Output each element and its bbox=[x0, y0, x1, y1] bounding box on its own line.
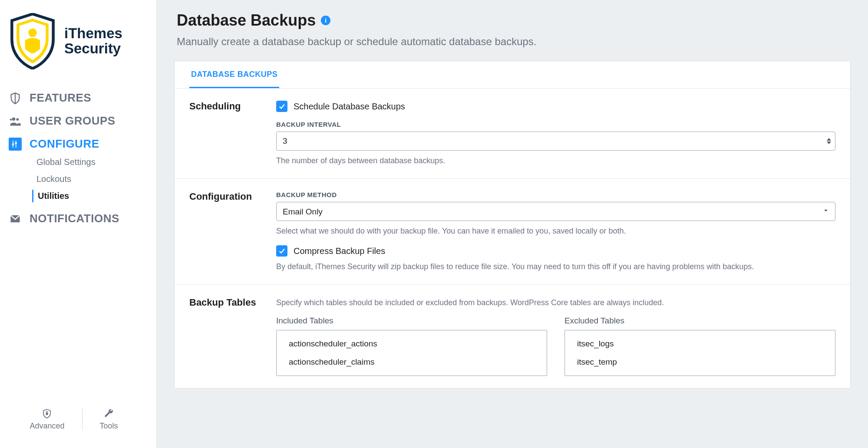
brand-line1: iThemes bbox=[64, 26, 122, 41]
sliders-icon bbox=[9, 138, 22, 151]
table-item[interactable]: itsec_temp bbox=[565, 353, 835, 371]
info-icon[interactable]: i bbox=[321, 16, 330, 25]
backup-method-label: BACKUP METHOD bbox=[276, 191, 835, 198]
nav-features-label: FEATURES bbox=[30, 91, 91, 105]
footer-tools[interactable]: Tools bbox=[100, 408, 118, 431]
nav-notifications[interactable]: NOTIFICATIONS bbox=[9, 212, 156, 225]
settings-card: DATABASE BACKUPS Scheduling Schedule Dat… bbox=[174, 61, 851, 389]
section-backup-tables: Backup Tables Specify which tables shoul… bbox=[175, 285, 850, 388]
svg-point-2 bbox=[16, 118, 19, 121]
section-configuration: Configuration BACKUP METHOD Email Only S… bbox=[175, 179, 850, 285]
footer-tools-label: Tools bbox=[100, 422, 118, 431]
compress-help: By default, iThemes Security will zip ba… bbox=[276, 261, 835, 272]
shield-outline-icon bbox=[9, 92, 22, 105]
backup-method-help: Select what we should do with your backu… bbox=[276, 225, 835, 237]
backup-interval-help: The number of days between database back… bbox=[276, 155, 835, 166]
section-scheduling: Scheduling Schedule Database Backups BAC… bbox=[175, 89, 850, 179]
main-nav: FEATURES USER GROUPS CONFIGURE Global Se… bbox=[9, 91, 156, 225]
checkbox-schedule-backups[interactable] bbox=[276, 101, 287, 112]
checkbox-compress[interactable] bbox=[276, 245, 287, 257]
backup-tables-help: Specify which tables should be included … bbox=[276, 297, 835, 308]
excluded-tables-header: Excluded Tables bbox=[564, 316, 835, 326]
nav-notifications-label: NOTIFICATIONS bbox=[30, 212, 119, 225]
included-tables-list[interactable]: actionscheduler_actions actionscheduler_… bbox=[276, 330, 547, 376]
svg-point-3 bbox=[10, 119, 12, 121]
check-icon bbox=[278, 247, 286, 255]
sidebar-footer: Advanced Tools bbox=[9, 408, 156, 431]
shield-icon bbox=[9, 13, 56, 69]
tabs: DATABASE BACKUPS bbox=[175, 61, 850, 89]
checkbox-schedule-backups-label: Schedule Database Backups bbox=[294, 102, 405, 112]
svg-point-0 bbox=[28, 29, 37, 37]
footer-advanced-label: Advanced bbox=[30, 422, 64, 431]
brand-line2: Security bbox=[64, 41, 122, 56]
nav-user-groups[interactable]: USER GROUPS bbox=[9, 114, 156, 128]
brand-logo: iThemes Security bbox=[9, 9, 156, 82]
table-item[interactable]: actionscheduler_actions bbox=[277, 335, 547, 353]
table-item[interactable]: actionscheduler_claims bbox=[277, 353, 547, 371]
included-tables-col: Included Tables actionscheduler_actions … bbox=[276, 316, 547, 376]
configure-subnav: Global Settings Lockouts Utilities bbox=[32, 156, 156, 202]
brand-text: iThemes Security bbox=[64, 26, 122, 56]
table-item[interactable]: itsec_logs bbox=[565, 335, 835, 353]
page-subtitle: Manually create a database backup or sch… bbox=[177, 36, 851, 48]
excluded-tables-col: Excluded Tables itsec_logs itsec_temp bbox=[564, 316, 835, 376]
backup-interval-label: BACKUP INTERVAL bbox=[276, 121, 835, 128]
backup-interval-input[interactable] bbox=[276, 132, 835, 151]
main-content: Database Backups i Manually create a dat… bbox=[156, 0, 868, 448]
check-icon bbox=[278, 102, 286, 110]
checkbox-compress-label: Compress Backup Files bbox=[294, 246, 385, 256]
subnav-lockouts[interactable]: Lockouts bbox=[32, 173, 156, 185]
included-tables-header: Included Tables bbox=[276, 316, 547, 326]
svg-point-1 bbox=[12, 117, 15, 120]
footer-divider bbox=[82, 408, 83, 431]
page-header: Database Backups i Manually create a dat… bbox=[177, 11, 851, 48]
backup-method-select[interactable]: Email Only bbox=[276, 202, 835, 221]
mail-icon bbox=[9, 212, 22, 225]
nav-user-groups-label: USER GROUPS bbox=[30, 114, 116, 128]
section-scheduling-label: Scheduling bbox=[189, 101, 276, 166]
nav-configure[interactable]: CONFIGURE bbox=[9, 137, 156, 151]
svg-rect-4 bbox=[46, 413, 48, 415]
subnav-utilities[interactable]: Utilities bbox=[32, 190, 156, 202]
page-title: Database Backups bbox=[177, 11, 316, 30]
nav-features[interactable]: FEATURES bbox=[9, 91, 156, 105]
excluded-tables-list[interactable]: itsec_logs itsec_temp bbox=[564, 330, 835, 376]
sidebar: iThemes Security FEATURES USER GROUPS CO… bbox=[0, 0, 156, 448]
wrench-icon bbox=[104, 408, 114, 419]
tab-database-backups[interactable]: DATABASE BACKUPS bbox=[189, 61, 279, 88]
nav-configure-label: CONFIGURE bbox=[30, 137, 99, 151]
subnav-global-settings[interactable]: Global Settings bbox=[32, 156, 156, 168]
footer-advanced[interactable]: Advanced bbox=[30, 408, 64, 431]
section-configuration-label: Configuration bbox=[189, 191, 276, 272]
users-icon bbox=[9, 115, 22, 128]
lock-shield-icon bbox=[42, 408, 52, 419]
section-backup-tables-label: Backup Tables bbox=[189, 297, 276, 376]
